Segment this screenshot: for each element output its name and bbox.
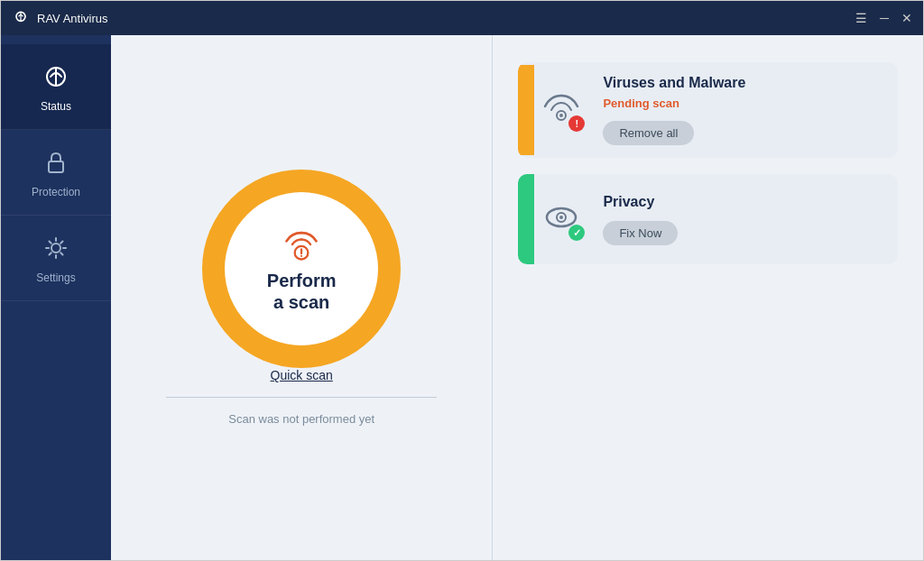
quick-scan-link[interactable]: Quick scan (271, 368, 333, 382)
scan-label: Perform a scan (267, 270, 337, 313)
privacy-card: ✓ Privacy Fix Now (518, 174, 898, 264)
sidebar-item-status[interactable]: Status (1, 44, 111, 130)
scan-circle-inner: Perform a scan (225, 192, 378, 345)
privacy-ok-badge: ✓ (568, 225, 585, 241)
cards-panel: ! Viruses and Malware Pending scan Remov… (493, 35, 923, 560)
sidebar-item-protection[interactable]: Protection (1, 130, 111, 216)
status-icon (40, 60, 72, 93)
svg-rect-4 (49, 161, 63, 172)
remove-all-button[interactable]: Remove all (603, 121, 694, 145)
sidebar-item-settings[interactable]: Settings (1, 216, 111, 301)
privacy-icon-wrap: ✓ (541, 198, 585, 241)
viruses-error-badge: ! (568, 115, 585, 132)
settings-icon (40, 232, 72, 264)
title-bar: RAV Antivirus ☰ ─ ✕ (1, 1, 923, 35)
viruses-card-icon-area: ! (534, 88, 592, 132)
scan-warning-icon (282, 225, 321, 264)
menu-icon[interactable]: ☰ (855, 12, 867, 24)
privacy-card-icon-area: ✓ (534, 198, 592, 241)
scan-panel: Perform a scan Quick scan Scan was not p… (111, 35, 493, 560)
app-body: Status Protection Settings (1, 35, 923, 560)
privacy-title: Privacy (603, 194, 887, 210)
svg-point-10 (559, 114, 563, 117)
viruses-card: ! Viruses and Malware Pending scan Remov… (518, 62, 898, 158)
viruses-card-accent (518, 65, 534, 155)
sidebar-status-label: Status (41, 100, 71, 113)
svg-point-8 (300, 255, 302, 257)
viruses-title: Viruses and Malware (603, 75, 887, 91)
protection-icon (40, 146, 72, 179)
scan-status-text: Scan was not performed yet (228, 412, 374, 426)
svg-point-13 (559, 216, 563, 219)
minimize-icon[interactable]: ─ (880, 12, 889, 24)
viruses-card-body: Viruses and Malware Pending scan Remove … (592, 62, 898, 158)
svg-point-5 (51, 244, 60, 253)
divider (166, 397, 437, 398)
scan-circle[interactable]: Perform a scan (202, 170, 401, 368)
fix-now-button[interactable]: Fix Now (603, 221, 678, 245)
viruses-subtitle: Pending scan (603, 97, 887, 110)
privacy-card-body: Privacy Fix Now (592, 181, 898, 258)
close-icon[interactable]: ✕ (901, 12, 912, 24)
main-content: Perform a scan Quick scan Scan was not p… (111, 35, 923, 560)
sidebar-settings-label: Settings (36, 271, 75, 284)
sidebar: Status Protection Settings (1, 35, 111, 560)
sidebar-protection-label: Protection (32, 186, 80, 198)
viruses-icon-wrap: ! (541, 88, 585, 132)
window-controls: ☰ ─ ✕ (855, 12, 912, 24)
app-title: RAV Antivirus (37, 12, 108, 25)
privacy-card-accent (518, 174, 534, 264)
rav-logo-icon (12, 9, 30, 27)
app-logo: RAV Antivirus (12, 9, 108, 27)
